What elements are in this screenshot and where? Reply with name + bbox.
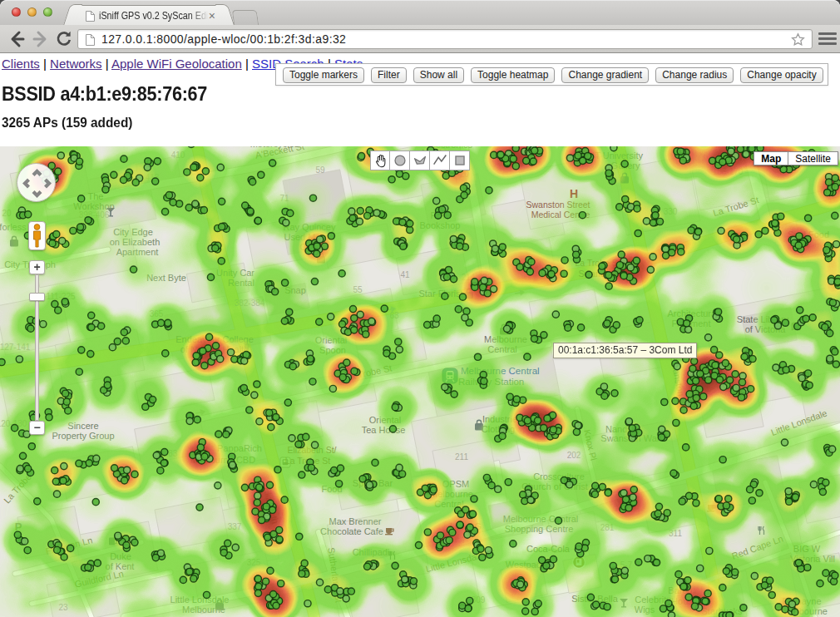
ap-marker[interactable] [457,521,463,528]
ap-marker[interactable] [625,505,632,511]
ap-marker[interactable] [254,381,260,387]
ap-marker[interactable] [424,321,431,328]
ap-marker[interactable] [798,375,805,382]
zoom-in-button[interactable]: + [29,260,45,274]
ap-marker[interactable] [773,364,779,371]
ap-marker[interactable] [677,148,684,155]
ap-marker[interactable] [251,392,258,398]
ap-marker[interactable] [316,579,323,585]
ap-marker[interactable] [622,195,629,202]
ap-marker[interactable] [212,343,219,349]
ap-marker[interactable] [396,464,403,471]
ap-marker[interactable] [301,560,308,566]
tab-close-icon[interactable]: × [209,9,215,22]
ap-marker[interactable] [464,531,471,538]
ap-marker[interactable] [338,270,345,277]
ap-marker[interactable] [267,567,274,574]
ap-marker[interactable] [586,271,592,278]
ap-marker[interactable] [587,594,594,600]
ap-marker[interactable] [601,392,608,399]
ap-marker[interactable] [215,431,222,437]
ap-marker[interactable] [694,229,701,235]
ap-marker[interactable] [111,171,117,178]
ap-marker[interactable] [62,299,68,305]
ap-marker[interactable] [690,402,697,409]
ap-marker[interactable] [433,315,440,322]
ap-marker[interactable] [819,488,826,495]
ap-marker[interactable] [561,270,567,277]
ap-marker[interactable] [255,583,262,590]
ap-marker[interactable] [62,390,69,397]
ap-marker[interactable] [443,274,450,280]
ap-marker[interactable] [329,385,336,392]
street-view-pegman[interactable] [28,221,46,250]
ap-marker[interactable] [719,457,726,463]
ap-marker[interactable] [739,379,745,386]
ap-marker[interactable] [448,170,455,176]
ap-marker[interactable] [477,545,484,552]
ap-marker[interactable] [19,452,26,459]
ap-marker[interactable] [656,218,663,225]
ap-marker[interactable] [76,460,82,466]
ap-marker[interactable] [738,394,744,401]
ap-marker[interactable] [57,152,64,159]
ap-marker[interactable] [70,227,77,234]
ap-marker[interactable] [166,192,172,199]
ap-marker[interactable] [388,176,395,183]
ap-marker[interactable] [53,491,60,497]
ap-marker[interactable] [599,483,605,490]
ap-marker[interactable] [144,164,151,170]
ap-marker[interactable] [665,600,672,606]
ap-marker[interactable] [709,157,716,164]
ap-marker[interactable] [232,544,239,550]
ap-marker[interactable] [289,363,296,370]
ap-marker[interactable] [351,314,358,321]
ap-marker[interactable] [266,409,273,416]
ap-marker[interactable] [218,258,225,264]
ap-marker[interactable] [782,606,788,613]
ap-marker[interactable] [722,360,729,367]
ap-marker[interactable] [124,466,131,473]
ap-marker[interactable] [459,602,466,609]
ap-marker[interactable] [102,186,109,193]
ap-marker[interactable] [740,605,747,611]
ap-marker[interactable] [566,155,573,161]
ap-marker[interactable] [674,363,680,370]
ap-marker[interactable] [483,474,490,481]
ap-marker[interactable] [396,346,403,353]
ap-marker[interactable] [415,541,422,548]
ap-marker[interactable] [34,498,41,505]
ap-marker[interactable] [240,384,247,391]
ap-marker[interactable] [561,257,568,264]
new-tab-button[interactable] [232,10,259,26]
ap-marker[interactable] [622,496,629,502]
ap-marker[interactable] [833,241,840,248]
ap-marker[interactable] [87,350,94,357]
ap-marker[interactable] [635,559,642,565]
ap-marker[interactable] [734,236,740,243]
ap-marker[interactable] [832,348,838,355]
ap-marker[interactable] [363,331,369,338]
ap-marker[interactable] [123,541,130,548]
ap-marker[interactable] [503,325,510,332]
change-gradient-button[interactable]: Change gradient [561,67,649,83]
ap-marker[interactable] [269,160,276,166]
ap-marker[interactable] [805,370,812,377]
ap-marker[interactable] [575,422,581,429]
ap-marker[interactable] [76,368,82,375]
ap-marker[interactable] [544,415,551,422]
ap-marker[interactable] [715,308,722,315]
ap-marker[interactable] [373,210,380,216]
ap-marker[interactable] [620,273,627,279]
ap-marker[interactable] [823,247,830,254]
ap-marker[interactable] [449,529,456,536]
ap-marker[interactable] [225,540,231,546]
ap-marker[interactable] [555,517,561,524]
ap-marker[interactable] [604,604,610,610]
ap-marker[interactable] [130,266,136,273]
ap-marker[interactable] [669,249,675,256]
ap-marker[interactable] [683,444,689,451]
ap-marker[interactable] [437,532,443,539]
ap-marker[interactable] [471,496,477,502]
ap-marker[interactable] [803,315,809,322]
